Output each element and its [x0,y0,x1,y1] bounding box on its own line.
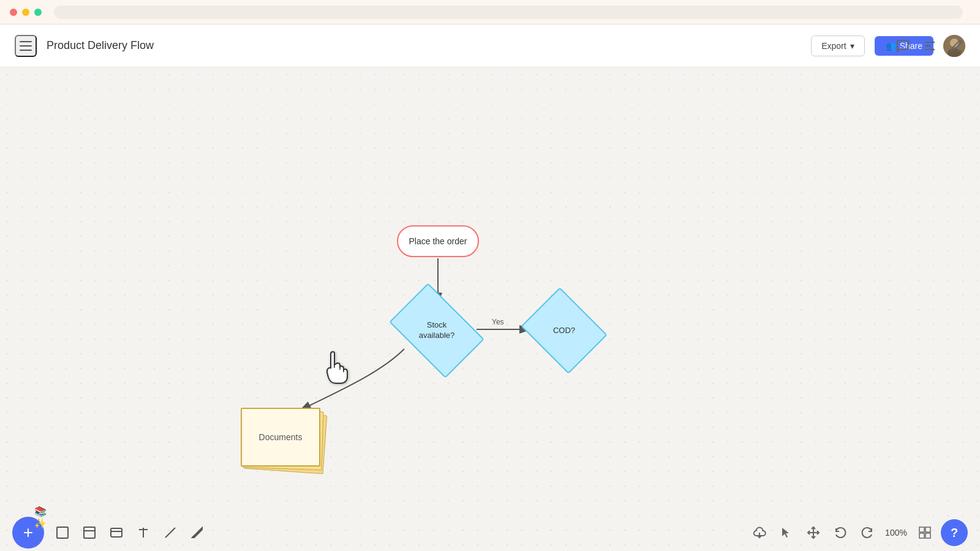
add-icon: + [23,523,33,542]
document-title: Product Delivery Flow [47,39,801,52]
text-tool[interactable] [131,520,156,545]
node-documents[interactable]: Documents [241,408,325,475]
svg-rect-29 [919,533,924,538]
menu-button[interactable] [15,35,37,57]
hamburger-line [20,45,32,47]
comment-button[interactable] [894,37,911,54]
url-bar [54,6,963,19]
svg-point-6 [932,41,934,43]
cursor-icon [318,349,349,391]
export-label: Export [821,41,846,51]
node-place-order[interactable]: Place the order [397,225,479,257]
hamburger-line [20,41,32,42]
svg-rect-17 [57,527,68,538]
settings-button[interactable] [921,37,938,54]
svg-point-7 [926,45,929,47]
help-label: ? [951,526,958,540]
hamburger-line [20,50,32,51]
arrows-svg: Yes [0,67,980,551]
toolbar-right: 100% ? [748,519,968,546]
chevron-down-icon: ▾ [850,41,854,51]
grid-button[interactable] [914,522,936,544]
help-button[interactable]: ? [941,519,968,546]
edit-button[interactable] [948,37,965,54]
app-header: Product Delivery Flow Export ▾ 👥 Share [0,24,980,67]
canvas[interactable]: Yes Place the order Stockavailable? COD?… [0,67,980,551]
cloud-button[interactable] [748,522,771,544]
stock-label: Stockavailable? [397,303,477,358]
undo-button[interactable] [829,522,851,544]
svg-rect-27 [919,527,924,532]
browser-bar [0,0,980,24]
header-actions [894,37,965,54]
card-tool[interactable] [104,520,129,545]
browser-dot-yellow [22,9,29,16]
select-tool[interactable] [775,522,797,544]
documents-label: Documents [259,432,303,442]
cod-label: COD? [530,303,598,358]
redo-button[interactable] [856,522,878,544]
browser-dot-red [10,9,17,16]
svg-rect-20 [111,528,122,537]
rectangle-tool[interactable] [50,520,75,545]
export-button[interactable]: Export ▾ [811,36,864,56]
svg-line-24 [165,528,175,538]
svg-point-8 [932,48,934,51]
move-tool[interactable] [802,522,824,544]
add-button[interactable]: + [12,517,44,549]
svg-text:Yes: Yes [492,318,504,326]
zoom-label: 100% [883,528,909,538]
bottom-toolbar: + 📚✨ [0,514,980,551]
line-tool[interactable] [158,520,183,545]
toolbar-left: + 📚✨ [12,517,209,549]
place-order-label: Place the order [409,236,467,246]
svg-rect-28 [925,527,930,532]
doc-front: Documents [241,408,320,467]
pen-tool[interactable] [185,520,209,545]
svg-rect-18 [84,527,95,538]
swimlane-tool[interactable] [77,520,102,545]
browser-dot-green [34,9,42,16]
node-stock-available[interactable]: Stockavailable? [397,303,477,358]
node-cod[interactable]: COD? [530,303,598,358]
svg-rect-30 [925,533,930,538]
